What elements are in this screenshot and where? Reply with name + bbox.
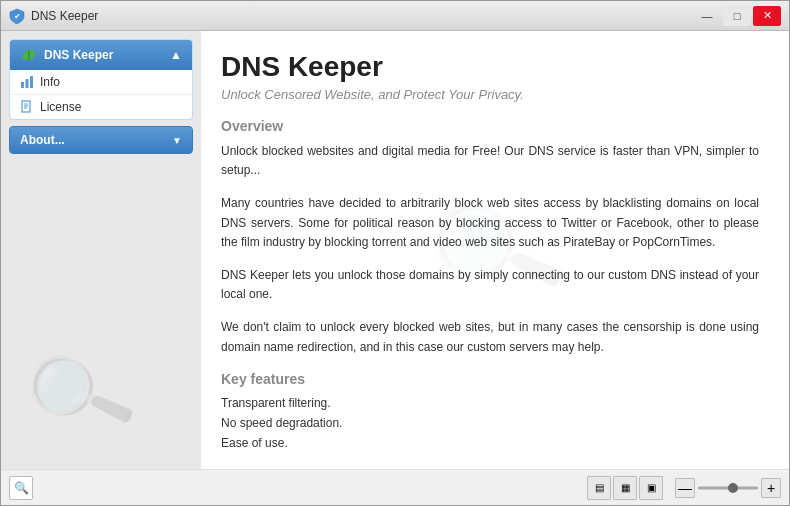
window-title: DNS Keeper xyxy=(31,9,98,23)
zoom-controls: — + xyxy=(675,478,781,498)
app-window: ✔ DNS Keeper — □ ✕ xyxy=(0,0,790,506)
sidebar-about-button[interactable]: About... ▼ xyxy=(9,126,193,154)
overview-p3: DNS Keeper lets you unlock those domains… xyxy=(221,266,759,304)
zoom-plus-icon: + xyxy=(767,480,775,496)
chevron-down-icon: ▼ xyxy=(172,135,182,146)
feature-item-2: Ease of use. xyxy=(221,433,759,453)
svg-rect-4 xyxy=(26,79,29,88)
title-bar-left: ✔ DNS Keeper xyxy=(9,8,98,24)
sidebar-group-header[interactable]: DNS Keeper ▲ xyxy=(10,40,192,70)
features-list: Transparent filtering. No speed degradat… xyxy=(221,393,759,454)
zoom-out-button[interactable]: — xyxy=(675,478,695,498)
sidebar-watermark: 🔍 xyxy=(9,160,193,461)
search-icon: 🔍 xyxy=(14,481,29,495)
content-title: DNS Keeper xyxy=(221,51,759,83)
overview-p4: We don't claim to unlock every blocked w… xyxy=(221,318,759,356)
feature-item-0: Transparent filtering. xyxy=(221,393,759,413)
window-controls: — □ ✕ xyxy=(693,6,781,26)
view-detail-icon: ▣ xyxy=(647,482,656,493)
about-label: About... xyxy=(20,133,65,147)
magnifier-watermark: 🔍 xyxy=(16,333,142,456)
content-scroll[interactable]: 🔍 DNS Keeper Unlock Censored Website, an… xyxy=(201,31,789,469)
sidebar-item-info-label: Info xyxy=(40,75,60,89)
zoom-slider-track xyxy=(698,487,758,489)
sidebar-item-license[interactable]: License xyxy=(10,95,192,119)
content-subtitle: Unlock Censored Website, and Protect You… xyxy=(221,87,759,102)
view-list-button[interactable]: ▤ xyxy=(587,476,611,500)
header-left: DNS Keeper xyxy=(20,46,113,64)
sidebar-item-license-label: License xyxy=(40,100,81,114)
content-inner: DNS Keeper Unlock Censored Website, and … xyxy=(221,51,759,454)
svg-rect-3 xyxy=(21,82,24,88)
document-icon xyxy=(20,100,34,114)
view-detail-button[interactable]: ▣ xyxy=(639,476,663,500)
zoom-slider[interactable] xyxy=(698,486,758,490)
close-button[interactable]: ✕ xyxy=(753,6,781,26)
overview-p1: Unlock blocked websites and digital medi… xyxy=(221,142,759,180)
view-list-icon: ▤ xyxy=(595,482,604,493)
zoom-minus-icon: — xyxy=(678,480,692,496)
bottom-toolbar: 🔍 ▤ ▦ ▣ — + xyxy=(1,469,789,505)
title-bar: ✔ DNS Keeper — □ ✕ xyxy=(1,1,789,31)
content-area: 🔍 DNS Keeper Unlock Censored Website, an… xyxy=(201,31,789,469)
zoom-in-button[interactable]: + xyxy=(761,478,781,498)
svg-rect-5 xyxy=(30,76,33,88)
search-button[interactable]: 🔍 xyxy=(9,476,33,500)
sidebar-group-title: DNS Keeper xyxy=(44,48,113,62)
view-grid-button[interactable]: ▦ xyxy=(613,476,637,500)
sidebar: DNS Keeper ▲ Info xyxy=(1,31,201,469)
main-layout: DNS Keeper ▲ Info xyxy=(1,31,789,469)
leaf-icon xyxy=(20,46,38,64)
view-buttons: ▤ ▦ ▣ xyxy=(587,476,663,500)
maximize-button[interactable]: □ xyxy=(723,6,751,26)
sidebar-group-main: DNS Keeper ▲ Info xyxy=(9,39,193,120)
overview-heading: Overview xyxy=(221,118,759,134)
bar-chart-icon xyxy=(20,75,34,89)
svg-text:✔: ✔ xyxy=(14,12,21,21)
view-grid-icon: ▦ xyxy=(621,482,630,493)
sidebar-group-chevron-up-icon: ▲ xyxy=(170,48,182,62)
overview-p2: Many countries have decided to arbitrari… xyxy=(221,194,759,252)
key-features-heading: Key features xyxy=(221,371,759,387)
feature-item-1: No speed degradation. xyxy=(221,413,759,433)
zoom-thumb[interactable] xyxy=(728,483,738,493)
app-icon: ✔ xyxy=(9,8,25,24)
minimize-button[interactable]: — xyxy=(693,6,721,26)
sidebar-item-info[interactable]: Info xyxy=(10,70,192,95)
